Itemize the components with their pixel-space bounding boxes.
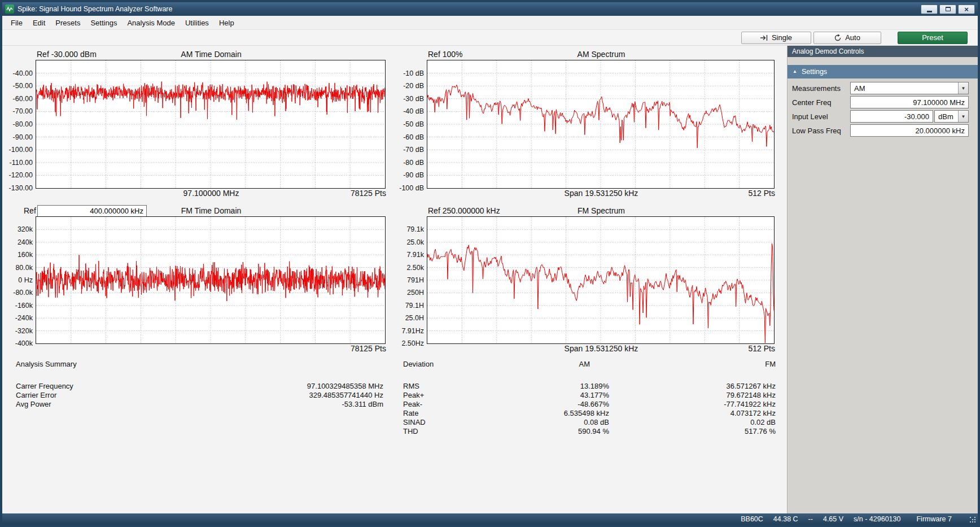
- input-level-label: Input Level: [792, 112, 850, 121]
- y-tick-label: -100.00: [9, 146, 33, 154]
- minimize-icon: [927, 11, 932, 12]
- am-spectrum-title: AM Spectrum: [427, 50, 776, 59]
- y-tick-label: -100 dB: [399, 184, 424, 192]
- center-freq-input[interactable]: 97.100000 MHz: [850, 96, 969, 108]
- minimize-button[interactable]: [921, 5, 938, 14]
- y-tick-label: -10 dB: [403, 69, 424, 77]
- menu-bar: File Edit Presets Settings Analysis Mode…: [2, 16, 978, 30]
- y-tick-label: -320k: [15, 327, 33, 335]
- window-title: Spike: Signal Hound Spectrum Analyzer So…: [18, 5, 172, 13]
- center-freq-label: Center Freq: [792, 98, 850, 107]
- fm-spectrum-y-axis: 79.1k25.0k7.91k2.50k791H250H79.1H25.0H7.…: [395, 216, 427, 344]
- fm-time-y-axis: 320k240k160k80.0k0 Hz-80.0k-160k-240k-32…: [4, 216, 36, 344]
- avg-power-label: Avg Power: [16, 400, 163, 409]
- fm-spectrum-plot[interactable]: [427, 216, 775, 344]
- deviation-title: Deviation: [403, 360, 471, 369]
- preset-button-label: Preset: [922, 33, 943, 42]
- device-voltage: 4.65 V: [823, 515, 843, 523]
- ref-level-input[interactable]: [37, 205, 147, 217]
- y-tick-label: 79.1k: [406, 225, 424, 233]
- maximize-button[interactable]: [939, 5, 956, 14]
- y-tick-label: -70 dB: [403, 146, 424, 154]
- y-tick-label: 0 Hz: [18, 276, 33, 284]
- resize-grip[interactable]: [969, 516, 976, 523]
- y-tick-label: 7.91k: [406, 251, 424, 259]
- summary-row: Carrier Error 329.485357741440 Hz: [16, 391, 383, 400]
- avg-power-value: -53.311 dBm: [163, 400, 383, 409]
- y-tick-label: -40 dB: [403, 107, 424, 115]
- y-tick-label: -160k: [15, 302, 33, 310]
- menu-item-file[interactable]: File: [6, 16, 28, 29]
- y-tick-label: 240k: [18, 238, 33, 246]
- status-bar: BB60C 44.38 C -- 4.65 V s/n - 42960130 F…: [2, 513, 978, 525]
- single-button-label: Single: [772, 33, 792, 42]
- y-tick-label: 25.0k: [406, 238, 424, 246]
- title-bar[interactable]: Spike: Signal Hound Spectrum Analyzer So…: [2, 2, 978, 16]
- y-tick-label: -80 dB: [403, 159, 424, 167]
- input-level-value: -30.000: [904, 112, 929, 121]
- input-level-input[interactable]: -30.000: [850, 110, 933, 123]
- y-tick-label: -60 dB: [403, 133, 424, 141]
- am-spectrum-span-label: Span 19.531250 kHz: [427, 189, 776, 198]
- menu-item-utilities[interactable]: Utilities: [180, 16, 214, 29]
- measurements-value: AM: [851, 82, 958, 94]
- am-time-ref-label: Ref -30.000 dBm: [37, 50, 97, 59]
- am-time-y-axis: -40.00-50.00-60.00-70.00-80.00-90.00-100…: [4, 60, 36, 189]
- fm-time-plot[interactable]: [36, 216, 386, 344]
- deviation-row-thd: THD 590.94 % 517.76 %: [403, 427, 776, 436]
- center-freq-value: 97.100000 MHz: [913, 98, 965, 107]
- y-tick-label: -110.00: [10, 159, 33, 167]
- analysis-summary-title: Analysis Summary: [16, 360, 77, 369]
- menu-item-presets[interactable]: Presets: [50, 16, 85, 29]
- input-level-unit-dropdown[interactable]: dBm ▼: [934, 110, 969, 123]
- device-name: BB60C: [741, 515, 763, 523]
- carrier-error-label: Carrier Error: [16, 391, 163, 400]
- am-time-center-freq-label: 97.100000 MHz: [36, 189, 387, 198]
- single-button[interactable]: Single: [741, 32, 811, 44]
- plot-canvas: [36, 60, 385, 188]
- low-pass-freq-input[interactable]: 20.000000 kHz: [850, 124, 969, 137]
- menu-item-edit[interactable]: Edit: [28, 16, 50, 29]
- y-tick-label: -120.00: [9, 171, 33, 179]
- measurements-field: Measurements AM ▼: [792, 82, 969, 94]
- am-time-plot[interactable]: [36, 60, 386, 189]
- y-tick-label: -130.00: [9, 184, 33, 192]
- y-tick-label: -30 dB: [403, 95, 424, 103]
- auto-sweep-icon: [834, 34, 841, 41]
- preset-button[interactable]: Preset: [898, 32, 968, 44]
- deviation-row-rms: RMS 13.189% 36.571267 kHz: [403, 382, 776, 391]
- summary-row: Carrer Frequency 97.100329485358 MHz: [16, 382, 383, 391]
- am-spectrum-plot[interactable]: [427, 60, 775, 189]
- input-level-unit: dBm: [935, 111, 958, 122]
- y-tick-label: -50.00: [13, 82, 33, 90]
- deviation-row-sinad: SINAD 0.08 dB 0.02 dB: [403, 418, 776, 427]
- y-tick-label: -90.00: [13, 133, 33, 141]
- y-tick-label: -80.00: [13, 120, 33, 128]
- fm-spectrum-ref-label: Ref 250.000000 kHz: [428, 206, 500, 216]
- close-button[interactable]: ×: [958, 5, 975, 14]
- deviation-table: Deviation AM FM RMS 13.189% 36.571267 kH…: [403, 360, 776, 436]
- y-tick-label: -60.00: [13, 95, 33, 103]
- menu-item-settings[interactable]: Settings: [85, 16, 122, 29]
- settings-section-header[interactable]: ▲ Settings: [788, 65, 978, 79]
- carrier-error-value: 329.485357741440 Hz: [163, 391, 383, 400]
- carrier-frequency-label: Carrer Frequency: [16, 382, 163, 391]
- collapse-triangle-icon: ▲: [793, 69, 797, 74]
- fm-time-domain-chart: Ref FM Time Domain 320k240k160k80.0k0 Hz…: [4, 206, 387, 354]
- device-serial: s/n - 42960130: [854, 515, 900, 523]
- summary-row: Avg Power -53.311 dBm: [16, 400, 383, 409]
- menu-item-analysis-mode[interactable]: Analysis Mode: [122, 16, 180, 29]
- y-tick-label: -70.00: [13, 107, 33, 115]
- am-time-points-label: 78125 Pts: [351, 189, 386, 198]
- device-temperature: 44.38 C: [773, 515, 798, 523]
- settings-section-label: Settings: [802, 68, 827, 76]
- fm-spectrum-span-label: Span 19.531250 kHz: [427, 344, 776, 354]
- measurements-dropdown[interactable]: AM ▼: [850, 82, 969, 94]
- am-spectrum-chart: Ref 100% AM Spectrum -10 dB-20 dB-30 dB-…: [395, 50, 776, 199]
- y-tick-label: 79.1H: [405, 302, 424, 310]
- y-tick-label: -40.00: [13, 69, 33, 77]
- auto-button-label: Auto: [845, 33, 860, 42]
- menu-item-help[interactable]: Help: [214, 16, 239, 29]
- auto-button[interactable]: Auto: [813, 32, 881, 44]
- chart-area: Ref -30.000 dBm AM Time Domain -40.00-50…: [2, 46, 787, 513]
